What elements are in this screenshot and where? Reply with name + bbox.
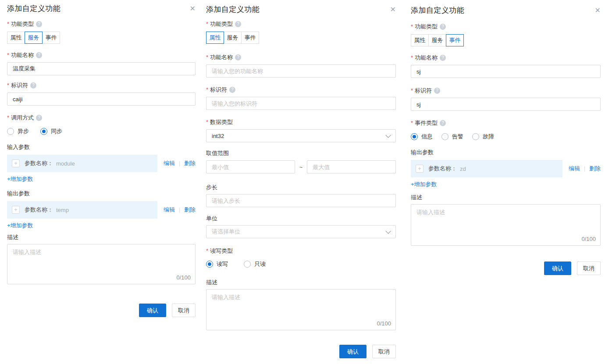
close-icon[interactable]: ✕ bbox=[390, 4, 396, 14]
function-type-label: * 功能类型 ? bbox=[7, 20, 196, 28]
rw-type-label: * 读写类型 bbox=[206, 247, 396, 255]
required-mark: * bbox=[411, 119, 413, 127]
add-param-link[interactable]: +增加参数 bbox=[411, 180, 437, 188]
description-field: 0/100 bbox=[411, 204, 601, 246]
dialog-add-custom-function-property: 添加自定义功能 ✕ * 功能类型 ? 属性 服务 事件 * 功能名称 ? * 标… bbox=[206, 0, 396, 358]
tab-service[interactable]: 服务 bbox=[25, 32, 43, 44]
value-range-label: 取值范围 bbox=[206, 149, 396, 157]
description-textarea[interactable] bbox=[206, 290, 395, 318]
radio-read-only[interactable]: 只读 bbox=[244, 260, 266, 268]
identifier-input[interactable] bbox=[411, 98, 601, 111]
required-mark: * bbox=[206, 20, 208, 28]
radio-circle-icon bbox=[7, 128, 14, 135]
function-name-label: * 功能名称 ? bbox=[206, 53, 396, 61]
delete-link[interactable]: 删除 bbox=[184, 159, 196, 167]
close-icon[interactable]: ✕ bbox=[595, 5, 601, 15]
required-mark: * bbox=[206, 247, 208, 255]
function-type-tabs: 属性 服务 事件 bbox=[7, 32, 196, 44]
required-mark: * bbox=[206, 86, 208, 94]
identifier-label: * 标识符 ? bbox=[7, 81, 196, 89]
function-name-input[interactable] bbox=[206, 64, 396, 78]
function-type-label: * 功能类型 ? bbox=[411, 23, 601, 31]
function-type-tabs: 属性 服务 事件 bbox=[411, 34, 601, 46]
radio-circle-icon bbox=[441, 133, 448, 140]
radio-async[interactable]: 异步 bbox=[7, 127, 29, 135]
help-icon[interactable]: ? bbox=[235, 21, 241, 27]
output-params-label: 输出参数 bbox=[7, 190, 196, 198]
confirm-button[interactable]: 确认 bbox=[139, 304, 166, 317]
help-icon[interactable]: ? bbox=[440, 55, 446, 61]
delete-link[interactable]: 删除 bbox=[184, 206, 196, 214]
required-mark: * bbox=[411, 23, 413, 31]
help-icon[interactable]: ? bbox=[30, 82, 36, 88]
plus-icon: + bbox=[12, 206, 20, 214]
add-param-link[interactable]: +增加参数 bbox=[7, 175, 33, 183]
unit-select[interactable]: 请选择单位 bbox=[206, 225, 396, 238]
required-mark: * bbox=[7, 20, 9, 28]
help-icon[interactable]: ? bbox=[440, 24, 446, 30]
char-counter: 0/100 bbox=[377, 320, 391, 327]
help-icon[interactable]: ? bbox=[36, 115, 42, 121]
unit-label: 单位 bbox=[206, 215, 396, 223]
required-mark: * bbox=[411, 54, 413, 62]
function-name-input[interactable] bbox=[411, 65, 601, 78]
chevron-down-icon bbox=[385, 228, 391, 234]
param-row: + 参数名称： module 编辑 | 删除 bbox=[7, 155, 196, 172]
confirm-button[interactable]: 确认 bbox=[544, 262, 571, 275]
tab-event[interactable]: 事件 bbox=[42, 32, 60, 44]
help-icon[interactable]: ? bbox=[36, 52, 42, 58]
dialog-add-custom-function-event: 添加自定义功能 ✕ * 功能类型 ? 属性 服务 事件 * 功能名称 ? * 标… bbox=[411, 0, 601, 275]
identifier-input[interactable] bbox=[206, 97, 396, 110]
help-icon[interactable]: ? bbox=[229, 87, 235, 93]
radio-read-write[interactable]: 读写 bbox=[206, 260, 228, 268]
description-textarea[interactable] bbox=[7, 244, 195, 272]
required-mark: * bbox=[7, 51, 9, 59]
cancel-button[interactable]: 取消 bbox=[577, 262, 601, 275]
function-name-input[interactable] bbox=[7, 62, 196, 75]
param-card: + 参数名称： zd bbox=[411, 160, 562, 177]
radio-circle-icon bbox=[206, 261, 213, 268]
char-counter: 0/100 bbox=[176, 274, 191, 281]
delete-link[interactable]: 删除 bbox=[589, 165, 601, 173]
tab-event[interactable]: 事件 bbox=[241, 32, 259, 44]
range-max-input[interactable] bbox=[307, 160, 396, 173]
help-icon[interactable]: ? bbox=[235, 54, 241, 60]
step-input[interactable] bbox=[206, 194, 396, 207]
tab-property[interactable]: 属性 bbox=[206, 32, 224, 44]
radio-fault[interactable]: 故障 bbox=[472, 133, 494, 141]
tab-property[interactable]: 属性 bbox=[411, 34, 429, 46]
radio-info[interactable]: 信息 bbox=[411, 133, 433, 141]
data-type-select[interactable]: int32 bbox=[206, 129, 396, 142]
function-type-label: * 功能类型 ? bbox=[206, 20, 396, 28]
range-min-input[interactable] bbox=[206, 160, 295, 173]
add-param-link[interactable]: +增加参数 bbox=[7, 222, 33, 230]
radio-sync[interactable]: 同步 bbox=[40, 127, 62, 135]
help-icon[interactable]: ? bbox=[36, 21, 42, 27]
plus-icon: + bbox=[12, 159, 20, 167]
required-mark: * bbox=[7, 81, 9, 89]
radio-circle-icon bbox=[244, 261, 251, 268]
tab-service[interactable]: 服务 bbox=[428, 34, 446, 46]
edit-link[interactable]: 编辑 bbox=[569, 165, 580, 173]
function-type-tabs: 属性 服务 事件 bbox=[206, 32, 396, 44]
step-label: 步长 bbox=[206, 184, 396, 191]
edit-link[interactable]: 编辑 bbox=[164, 159, 175, 167]
radio-alert[interactable]: 告警 bbox=[441, 133, 463, 141]
description-textarea[interactable] bbox=[411, 205, 600, 233]
tab-service[interactable]: 服务 bbox=[224, 32, 242, 44]
identifier-label: * 标识符 ? bbox=[206, 86, 396, 94]
help-icon[interactable]: ? bbox=[434, 88, 440, 94]
identifier-input[interactable] bbox=[7, 92, 196, 106]
input-params-label: 输入参数 bbox=[7, 143, 196, 151]
event-type-radio-group: 信息 告警 故障 bbox=[411, 133, 601, 141]
call-mode-radio-group: 异步 同步 bbox=[7, 127, 196, 135]
dialog-title: 添加自定义功能 bbox=[7, 4, 61, 14]
cancel-button[interactable]: 取消 bbox=[372, 345, 396, 358]
help-icon[interactable]: ? bbox=[440, 120, 446, 126]
tab-property[interactable]: 属性 bbox=[7, 32, 25, 44]
confirm-button[interactable]: 确认 bbox=[339, 345, 367, 358]
cancel-button[interactable]: 取消 bbox=[172, 304, 196, 317]
tab-event[interactable]: 事件 bbox=[446, 34, 464, 46]
edit-link[interactable]: 编辑 bbox=[164, 206, 175, 214]
close-icon[interactable]: ✕ bbox=[190, 4, 196, 13]
